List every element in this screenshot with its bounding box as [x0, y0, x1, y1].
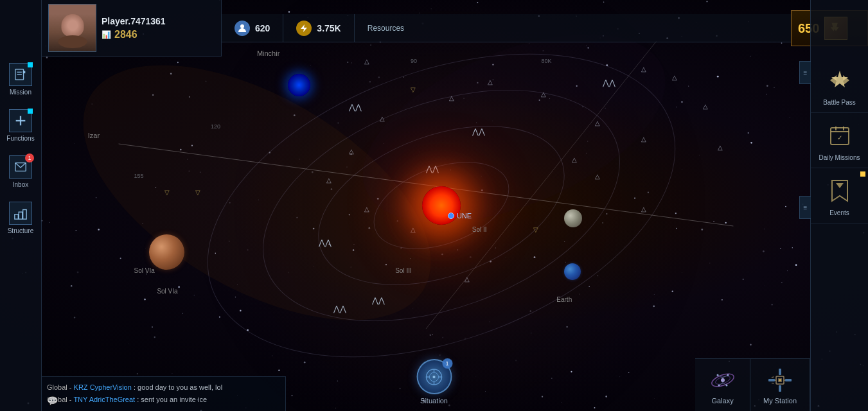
- functions-label: Functions: [6, 135, 34, 142]
- fleet-m5: △: [349, 148, 354, 155]
- top-header: Player.7471361 📊 2846 620 3.75K Resource…: [42, 0, 868, 57]
- fleet-m15: △: [641, 206, 646, 213]
- situation-badge: 1: [442, 358, 452, 369]
- situation-icon: 1: [416, 359, 452, 394]
- sol-via-1-label: Sol VIa: [134, 267, 155, 274]
- avatar-face: [49, 4, 96, 51]
- izar-label: Izar: [88, 132, 100, 139]
- svg-point-28: [716, 374, 718, 376]
- svg-point-40: [779, 379, 781, 381]
- fleet-double-1: ⋀⋀: [426, 164, 439, 173]
- player-details: Player.7471361 📊 2846: [102, 16, 166, 40]
- daily-missions-icon: ✓: [824, 119, 856, 152]
- planet-earth[interactable]: [564, 263, 581, 280]
- player-info: Player.7471361 📊 2846: [42, 0, 222, 57]
- galaxy-button[interactable]: Galaxy: [695, 358, 750, 411]
- structure-label: Structure: [8, 227, 34, 234]
- events-indicator: [860, 171, 865, 177]
- energy-icon: [296, 21, 312, 36]
- sidebar-item-battle-pass[interactable]: Battle Pass: [811, 58, 869, 113]
- bottom-right-icons: Galaxy My Station: [695, 358, 810, 411]
- svg-point-11: [240, 24, 244, 28]
- sidebar-item-mission[interactable]: Mission: [1, 58, 40, 101]
- mission-label: Mission: [10, 89, 31, 96]
- svg-point-30: [718, 384, 720, 386]
- galaxy-icon: [708, 365, 737, 394]
- right-panel-toggle-top[interactable]: ≡: [799, 61, 811, 84]
- map-number-120: 120: [211, 123, 220, 130]
- functions-icon: [13, 114, 28, 128]
- sidebar-item-inbox[interactable]: 1 Inbox: [1, 150, 40, 193]
- fleet-marker-5: △: [641, 66, 646, 73]
- sol-iii-label: Sol III: [395, 267, 412, 274]
- my-station-icon: [766, 365, 795, 394]
- events-label: Events: [829, 209, 849, 216]
- fleet-double-4: ⋀⋀: [319, 238, 332, 247]
- map-number-155: 155: [134, 173, 144, 179]
- mission-indicator: [28, 62, 33, 67]
- svg-rect-35: [785, 379, 792, 381]
- inbox-badge: 1: [25, 153, 34, 162]
- svg-marker-19: [836, 183, 844, 188]
- une-label: UNE: [448, 212, 472, 220]
- fleet-m13: △: [703, 103, 708, 110]
- population-icon: [235, 21, 250, 36]
- fleet-m6: △: [326, 177, 332, 184]
- svg-point-29: [727, 374, 729, 376]
- events-icon: [824, 175, 856, 207]
- chat-area: Global - KRZ CypherVision : good day to …: [42, 376, 286, 411]
- svg-rect-34: [768, 379, 775, 381]
- map-number-80k: 80K: [541, 58, 551, 64]
- wormhole[interactable]: [288, 74, 310, 96]
- fleet-marker-4: ▽: [533, 226, 538, 233]
- fleet-m4: △: [380, 115, 385, 122]
- resources-label: Resources: [355, 24, 417, 33]
- fleet-marker-8: △: [595, 173, 600, 180]
- right-panel-toggle-mid[interactable]: ≡: [799, 196, 811, 219]
- population-resource: 620: [222, 14, 283, 42]
- situation-label: Situation: [420, 397, 448, 405]
- fleet-marker-1: ▽: [411, 86, 416, 93]
- population-value: 620: [255, 23, 270, 33]
- svg-point-31: [725, 384, 727, 386]
- resource-bar: 620 3.75K Resources: [222, 14, 791, 42]
- chat-icon[interactable]: 💬: [47, 396, 58, 406]
- left-sidebar: Mission Functions 1 Inbox: [0, 0, 42, 411]
- svg-rect-9: [19, 212, 22, 219]
- situation-button[interactable]: 1 Situation: [416, 359, 452, 405]
- my-station-button[interactable]: My Station: [750, 358, 810, 411]
- sidebar-item-structure[interactable]: Structure: [1, 197, 40, 240]
- svg-rect-8: [15, 214, 19, 219]
- svg-point-43: [433, 376, 436, 378]
- fleet-m8: △: [411, 226, 416, 233]
- fleet-marker-6: △: [672, 74, 677, 81]
- player-avatar[interactable]: [48, 4, 96, 52]
- energy-resource: 3.75K: [283, 14, 354, 42]
- planet-brown[interactable]: [149, 234, 184, 270]
- svg-rect-10: [23, 210, 26, 220]
- energy-value: 3.75K: [317, 23, 341, 33]
- sol-via-2-label: Sol VIa: [157, 288, 177, 295]
- galaxy-map[interactable]: UNE Minchir Izar Sol II Sol III Sol VIa …: [42, 0, 810, 411]
- my-station-label: My Station: [763, 397, 797, 405]
- player-level-value: 2846: [114, 29, 137, 40]
- sol-ii-label: Sol II: [472, 226, 487, 233]
- player-level-bar: 📊 2846: [102, 29, 166, 40]
- fleet-double-2: ⋀⋀: [349, 103, 362, 112]
- mission-icon-container: [9, 63, 32, 86]
- fleet-marker-7: △: [572, 156, 577, 163]
- functions-icon-container: [9, 109, 32, 132]
- fleet-m11: △: [488, 78, 493, 85]
- fleet-m10: △: [541, 91, 546, 98]
- svg-rect-37: [779, 385, 781, 392]
- map-number-90: 90: [411, 58, 417, 64]
- player-name: Player.7471361: [102, 16, 166, 26]
- svg-rect-36: [779, 369, 781, 375]
- sidebar-item-events[interactable]: Events: [811, 168, 869, 223]
- sidebar-item-functions[interactable]: Functions: [1, 104, 40, 147]
- inbox-label: Inbox: [13, 181, 28, 188]
- sidebar-item-daily-missions[interactable]: ✓ Daily Missions: [811, 113, 869, 168]
- right-sidebar: Battle Pass ✓ Daily Missions Events: [810, 0, 868, 411]
- inbox-icon: [13, 160, 28, 174]
- fleet-m7: △: [364, 206, 369, 213]
